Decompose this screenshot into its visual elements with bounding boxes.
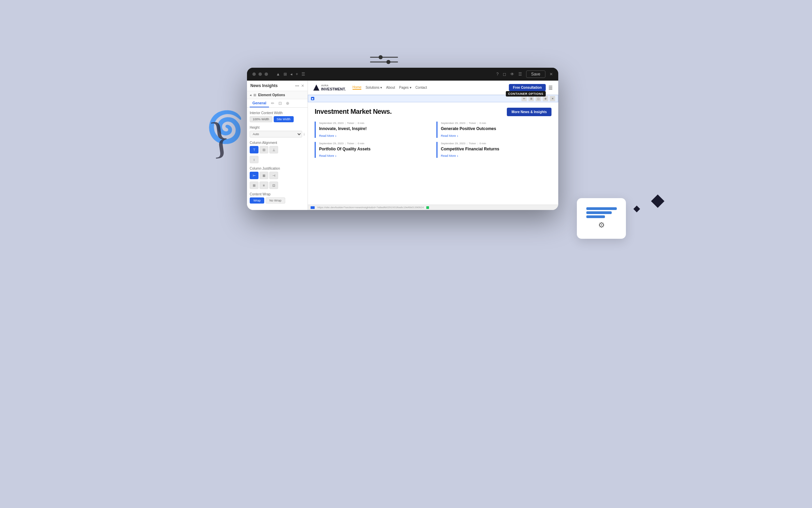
news-item-3: September 29, 2023 | Ticker | 0 min Port… [315, 142, 430, 158]
widget-bar-3 [586, 215, 605, 218]
toolbar-action-3[interactable]: ◻ [536, 96, 541, 101]
toolbar-home-icon[interactable]: ▲ [276, 72, 280, 77]
nav-right: Free Consultation CONTAINER Options ☰ [509, 84, 553, 91]
site-nav-links: Home Solutions ▾ About Pages ▾ Contact [353, 85, 427, 90]
justify-end-btn[interactable]: ⊣ [269, 172, 278, 179]
logo-icon [313, 85, 319, 91]
toolbar-add-icon[interactable]: + [296, 72, 298, 77]
column-justification-controls-2: ⊞ ≡ ⊡ [250, 182, 305, 189]
container-indicator: ■ [311, 97, 314, 100]
read-more-1[interactable]: Read More [319, 134, 430, 138]
widget-bar-2 [586, 211, 612, 214]
justify-space-3-btn[interactable]: ⊡ [269, 182, 278, 189]
column-alignment-controls: ⊤ ⊟ ⊥ [250, 146, 305, 153]
panel-header: News Insights ••• ✕ [247, 81, 308, 91]
align-stretch-btn[interactable]: ↕ [250, 156, 258, 163]
site-width-btn[interactable]: Site Width [274, 116, 294, 122]
height-select[interactable]: Auto [250, 131, 302, 137]
panel-tabs: General ✏ ⊡ ⊕ [247, 99, 308, 108]
toolbar-device-icon[interactable]: ☰ [518, 72, 522, 77]
column-alignment-section: Column Alignment ⊤ ⊟ ⊥ ↕ [250, 141, 305, 163]
toolbar-back-icon[interactable]: ◂ [290, 72, 292, 77]
news-ticker-3: Ticker [347, 142, 354, 145]
toolbar-action-5[interactable]: ✕ [550, 96, 555, 101]
browser-toolbar-right: ? ◻ 👁 ☰ Save ✕ [496, 70, 553, 78]
read-more-4[interactable]: Read More [441, 154, 551, 158]
news-grid: September 29, 2023 | Ticker | 0 min Inno… [315, 122, 551, 158]
interior-content-width-section: Interior Content Width 100% Width Site W… [250, 111, 305, 122]
read-more-3[interactable]: Read More [319, 154, 430, 158]
svg-point-3 [386, 60, 390, 64]
url-indicator-2 [426, 206, 429, 209]
toolbar-help-icon[interactable]: ? [496, 72, 499, 77]
news-title-4: Competitive Financial Returns [441, 147, 551, 152]
nav-link-contact[interactable]: Contact [415, 86, 427, 89]
column-justification-label: Column Justification [250, 167, 305, 170]
content-wrap-section: Content Wrap Wrap No Wrap [250, 192, 305, 204]
align-top-btn[interactable]: ⊤ [250, 146, 258, 153]
save-button[interactable]: Save [526, 70, 545, 78]
toolbar-eye-icon[interactable]: 👁 [510, 72, 514, 77]
container-options-tooltip: CONTAINER Options [506, 91, 546, 97]
news-item-1: September 29, 2023 | Ticker | 0 min Inno… [315, 122, 430, 138]
nav-link-pages[interactable]: Pages ▾ [399, 86, 411, 89]
width-100-btn[interactable]: 100% Width [250, 116, 272, 122]
url-text: https://site.dev/builder?section=newsIns… [317, 206, 424, 209]
news-meta-3: September 29, 2023 | Ticker | 0 min [319, 142, 430, 145]
news-title-1: Innovate, Invest, Inspire! [319, 126, 430, 132]
panel-dots-icon[interactable]: ••• [295, 84, 299, 88]
browser-dot-3 [265, 72, 268, 76]
news-meta-2: September 29, 2023 | Ticker | 0 min [441, 122, 551, 125]
toolbar-action-1[interactable]: ✏ [521, 96, 527, 101]
diamond-small-decorator [633, 206, 640, 212]
widget-card-decorator: ⚙ [577, 198, 626, 239]
news-item-2: September 29, 2023 | Ticker | 0 min Gene… [436, 122, 551, 138]
tab-layout-icon[interactable]: ⊡ [276, 99, 284, 107]
read-more-2[interactable]: Read More [441, 134, 551, 138]
panel-header-icons: ••• ✕ [295, 84, 304, 88]
news-min-1: 0 min [358, 122, 364, 125]
hamburger-icon[interactable]: ☰ [548, 85, 553, 90]
align-bottom-btn[interactable]: ⊥ [269, 146, 278, 153]
news-title-2: Generate Positive Outcomes [441, 126, 551, 132]
site-nav: AVRA INVESTMENT. Home Solutions ▾ About … [308, 81, 558, 95]
toolbar-preview-icon[interactable]: ◻ [503, 72, 506, 77]
justify-center-btn[interactable]: ⊠ [260, 172, 268, 179]
justify-start-btn[interactable]: ⊢ [250, 172, 258, 179]
justify-space-2-btn[interactable]: ≡ [260, 182, 268, 189]
toolbar-more-icon[interactable]: ☰ [301, 72, 305, 77]
slider-decorator-icon [369, 52, 399, 66]
news-ticker-4: Ticker [469, 142, 476, 145]
close-button[interactable]: ✕ [549, 72, 553, 77]
more-news-button[interactable]: More News & Insights [507, 108, 551, 116]
element-grid-icon[interactable]: ⊞ [253, 93, 256, 97]
nav-link-about[interactable]: About [386, 86, 395, 89]
news-section: Investment Market News. More News & Insi… [308, 102, 558, 205]
tab-edit-icon[interactable]: ✏ [269, 99, 276, 107]
news-meta-1: September 29, 2023 | Ticker | 0 min [319, 122, 430, 125]
widget-bar-1 [586, 207, 617, 210]
toolbar-action-2[interactable]: ⊞ [528, 96, 534, 101]
justify-space-1-btn[interactable]: ⊞ [250, 182, 258, 189]
nav-link-home[interactable]: Home [353, 85, 362, 90]
browser-content: News Insights ••• ✕ ◂ ⊞ Element Options … [247, 81, 558, 210]
wrap-btn[interactable]: Wrap [250, 197, 264, 204]
toolbar-grid-icon[interactable]: ⊞ [284, 72, 287, 77]
tab-plus-icon[interactable]: ⊕ [284, 99, 291, 107]
panel-close-icon[interactable]: ✕ [301, 84, 304, 88]
site-logo: AVRA INVESTMENT. [313, 84, 346, 91]
no-wrap-btn[interactable]: No Wrap [266, 197, 285, 204]
content-wrap-label: Content Wrap [250, 192, 305, 196]
container-toolbar-actions: ✏ ⊞ ◻ ⊕ ✕ [521, 96, 555, 101]
height-controls: Auto ℹ [250, 131, 305, 137]
free-consultation-button[interactable]: Free Consultation CONTAINER Options [509, 84, 546, 91]
column-alignment-label: Column Alignment [250, 141, 305, 145]
align-middle-btn[interactable]: ⊟ [260, 146, 268, 153]
browser-toolbar-icons: ▲ ⊞ ◂ + ☰ [276, 72, 305, 77]
nav-link-solutions[interactable]: Solutions ▾ [365, 86, 382, 89]
toolbar-action-4[interactable]: ⊕ [543, 96, 548, 101]
element-back-icon[interactable]: ◂ [250, 93, 251, 97]
column-justification-controls: ⊢ ⊠ ⊣ [250, 172, 305, 179]
widget-bars [586, 207, 617, 218]
tab-general[interactable]: General [250, 99, 269, 107]
